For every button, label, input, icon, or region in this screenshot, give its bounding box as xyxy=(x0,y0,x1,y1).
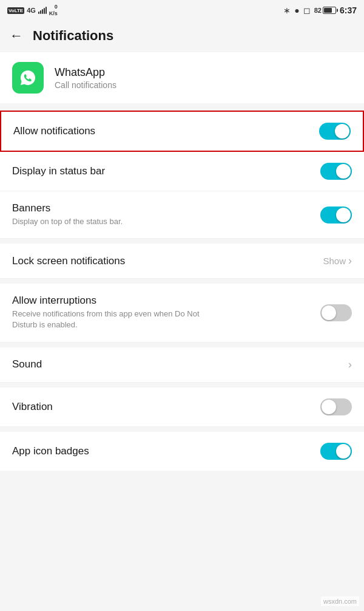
app-icon xyxy=(12,62,44,94)
data-info: 0 K/s xyxy=(49,4,58,17)
page-header: ← Notifications xyxy=(0,19,364,52)
setting-label-app-icon-badges: App icon badges xyxy=(12,445,89,457)
setting-row-display-status-bar[interactable]: Display in status bar xyxy=(0,152,364,191)
setting-label-group-lock-screen-notifications: Lock screen notifications xyxy=(12,255,125,267)
setting-label-display-status-bar: Display in status bar xyxy=(12,165,105,177)
page-title: Notifications xyxy=(33,28,113,44)
watermark: wsxdn.com xyxy=(321,596,359,606)
toggle-allow-notifications[interactable] xyxy=(319,123,351,140)
app-subtitle: Call notifications xyxy=(55,80,116,90)
status-right: ∗ ● ◻ 82 6:37 xyxy=(283,5,357,15)
section-divider xyxy=(0,239,364,244)
signal-bars xyxy=(38,7,47,14)
toggle-knob-banners xyxy=(336,208,351,222)
battery-box xyxy=(323,7,336,14)
setting-label-group-vibration: Vibration xyxy=(12,401,53,413)
app-name: WhatsApp xyxy=(55,66,116,79)
network-type: 4G xyxy=(27,7,36,14)
setting-label-group-banners: BannersDisplay on top of the status bar. xyxy=(12,202,123,227)
toggle-app-icon-badges[interactable] xyxy=(320,443,352,460)
whatsapp-icon xyxy=(17,67,39,89)
setting-row-allow-notifications[interactable]: Allow notifications xyxy=(0,111,364,152)
battery-fill xyxy=(324,8,332,13)
toggle-knob-allow-notifications xyxy=(335,124,349,138)
app-info-row: WhatsApp Call notifications xyxy=(0,52,364,103)
setting-label-sound: Sound xyxy=(12,358,42,370)
setting-label-group-app-icon-badges: App icon badges xyxy=(12,445,89,457)
bluetooth-icon: ∗ xyxy=(283,5,291,15)
setting-row-lock-screen-notifications[interactable]: Lock screen notificationsShow› xyxy=(0,244,364,279)
setting-label-allow-interruptions: Allow interruptions xyxy=(12,295,206,307)
setting-label-lock-screen-notifications: Lock screen notifications xyxy=(12,255,125,267)
toggle-knob-vibration xyxy=(322,400,336,414)
setting-label-group-allow-notifications: Allow notifications xyxy=(13,125,95,137)
clock: 6:37 xyxy=(340,5,357,15)
battery-level: 82 xyxy=(314,7,322,14)
divider xyxy=(0,106,364,111)
setting-label-banners: Banners xyxy=(12,202,123,214)
toggle-display-status-bar[interactable] xyxy=(320,163,352,180)
setting-row-banners[interactable]: BannersDisplay on top of the status bar. xyxy=(0,191,364,239)
status-left: VoLTE 4G 0 K/s xyxy=(7,4,58,17)
settings-list: Allow notificationsDisplay in status bar… xyxy=(0,111,364,471)
setting-label-group-allow-interruptions: Allow interruptionsReceive notifications… xyxy=(12,295,206,330)
setting-row-app-icon-badges[interactable]: App icon badges xyxy=(0,432,364,471)
toggle-allow-interruptions[interactable] xyxy=(320,304,352,321)
toggle-knob-app-icon-badges xyxy=(336,444,351,459)
back-button[interactable]: ← xyxy=(10,28,23,44)
app-text: WhatsApp Call notifications xyxy=(55,66,116,90)
toggle-knob-display-status-bar xyxy=(336,164,351,179)
section-divider xyxy=(0,383,364,387)
volte-badge: VoLTE xyxy=(7,7,24,14)
setting-label-group-sound: Sound xyxy=(12,358,42,370)
setting-row-vibration[interactable]: Vibration xyxy=(0,387,364,427)
show-chevron-group-lock-screen-notifications: Show› xyxy=(323,254,352,267)
setting-row-sound[interactable]: Sound› xyxy=(0,347,364,383)
setting-sublabel-banners: Display on top of the status bar. xyxy=(12,216,123,227)
section-divider xyxy=(0,427,364,432)
setting-label-vibration: Vibration xyxy=(12,401,53,413)
setting-sublabel-allow-interruptions: Receive notifications from this app even… xyxy=(12,309,206,330)
setting-label-allow-notifications: Allow notifications xyxy=(13,125,95,137)
section-divider xyxy=(0,279,364,284)
setting-label-group-display-status-bar: Display in status bar xyxy=(12,165,105,177)
show-text-lock-screen-notifications: Show xyxy=(323,256,346,266)
signal-icon: ● xyxy=(294,5,299,15)
section-divider xyxy=(0,343,364,347)
battery-indicator: 82 xyxy=(314,7,336,14)
toggle-knob-allow-interruptions xyxy=(322,306,336,320)
setting-row-allow-interruptions[interactable]: Allow interruptionsReceive notifications… xyxy=(0,284,364,342)
toggle-vibration[interactable] xyxy=(320,398,352,415)
toggle-banners[interactable] xyxy=(320,207,352,224)
vibrate-icon: ◻ xyxy=(303,5,311,15)
status-bar: VoLTE 4G 0 K/s ∗ ● ◻ 82 6:37 xyxy=(0,0,364,19)
chevron-icon-sound: › xyxy=(348,358,352,371)
chevron-icon-lock-screen-notifications: › xyxy=(348,254,352,267)
